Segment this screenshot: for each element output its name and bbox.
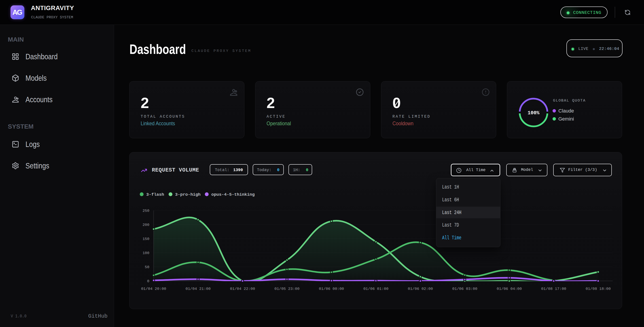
- svg-text:0: 0: [147, 279, 149, 284]
- svg-text:250: 250: [142, 209, 149, 213]
- svg-text:200: 200: [142, 223, 149, 227]
- svg-text:01/04 22:00: 01/04 22:00: [230, 287, 255, 291]
- svg-text:01/06 03:00: 01/06 03:00: [452, 287, 477, 291]
- svg-text:50: 50: [145, 265, 149, 269]
- svg-text:01/06 02:00: 01/06 02:00: [408, 287, 433, 291]
- svg-text:01/05 23:00: 01/05 23:00: [274, 287, 300, 291]
- svg-text:150: 150: [142, 237, 149, 241]
- svg-text:01/08 17:00: 01/08 17:00: [541, 287, 566, 291]
- svg-text:01/06 00:00: 01/06 00:00: [319, 287, 344, 291]
- svg-text:01/08 18:00: 01/08 18:00: [586, 287, 611, 291]
- svg-text:01/04 21:00: 01/04 21:00: [186, 287, 211, 291]
- svg-text:100%: 100%: [528, 110, 540, 116]
- svg-text:100: 100: [142, 251, 149, 255]
- svg-text:01/06 04:00: 01/06 04:00: [497, 287, 522, 291]
- svg-text:01/04 20:00: 01/04 20:00: [141, 287, 166, 291]
- svg-text:01/06 01:00: 01/06 01:00: [363, 287, 388, 291]
